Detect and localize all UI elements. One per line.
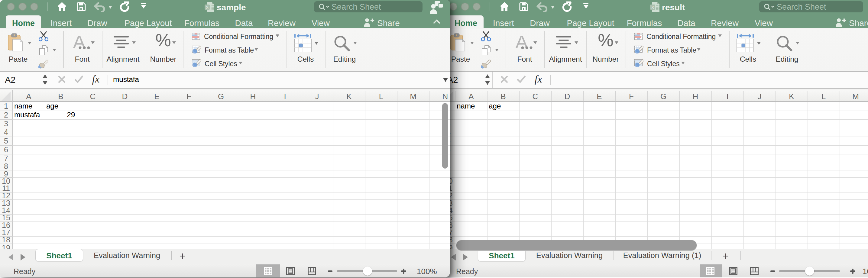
svg-text:X: X <box>206 5 209 10</box>
svg-text:X: X <box>651 5 654 10</box>
